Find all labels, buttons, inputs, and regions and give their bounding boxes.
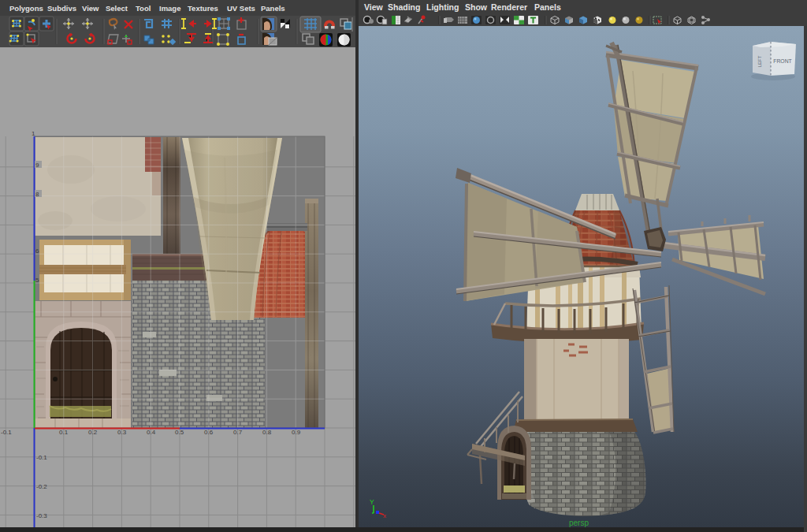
svg-text:LEFT: LEFT — [757, 55, 762, 67]
svg-text:persp: persp — [569, 519, 589, 527]
svg-text:0.9: 0.9 — [292, 429, 301, 436]
svg-text:0.3: 0.3 — [117, 429, 127, 436]
svg-text:0.1: 0.1 — [59, 429, 69, 436]
svg-text:0.4: 0.4 — [147, 429, 156, 436]
svg-text:0.7: 0.7 — [233, 429, 243, 436]
svg-text:8: 8 — [35, 191, 39, 198]
svg-text:Y: Y — [370, 498, 374, 506]
svg-text:1: 1 — [32, 130, 35, 137]
svg-text:0.5: 0.5 — [175, 429, 184, 436]
svg-text:-0.1: -0.1 — [36, 454, 47, 461]
svg-text:0.6: 0.6 — [204, 429, 214, 436]
svg-text:-0.2: -0.2 — [36, 483, 47, 490]
svg-text:FRONT: FRONT — [773, 58, 791, 64]
svg-text:x: x — [383, 512, 386, 519]
svg-text:-0.1: -0.1 — [1, 429, 12, 436]
svg-text:6: 6 — [35, 247, 39, 255]
svg-text:-0.3: -0.3 — [36, 512, 47, 519]
svg-text:0.2: 0.2 — [88, 429, 98, 436]
svg-text:5: 5 — [35, 277, 39, 284]
svg-text:9: 9 — [35, 162, 39, 169]
svg-text:0.8: 0.8 — [262, 429, 272, 436]
